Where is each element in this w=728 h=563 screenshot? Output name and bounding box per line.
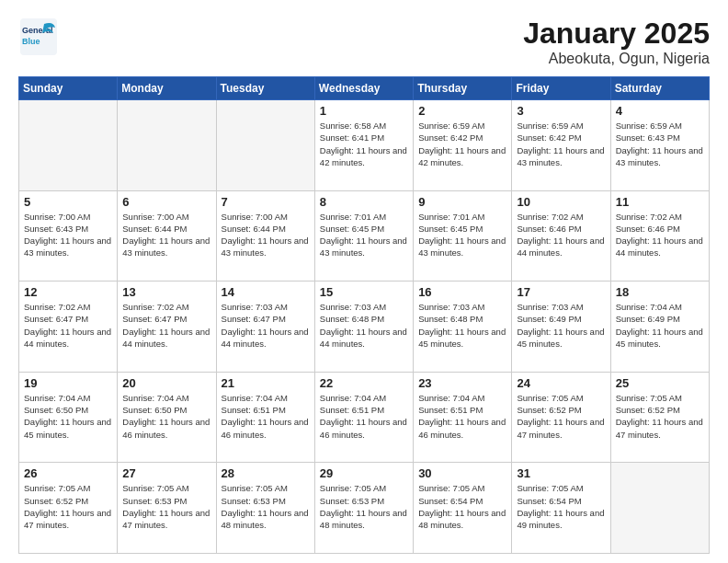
calendar-cell: 6Sunrise: 7:00 AM Sunset: 6:44 PM Daylig… bbox=[118, 190, 216, 282]
day-number: 27 bbox=[122, 466, 210, 480]
header-sunday: Sunday bbox=[19, 77, 118, 100]
calendar-cell: 1Sunrise: 6:58 AM Sunset: 6:41 PM Daylig… bbox=[314, 100, 413, 191]
day-info: Sunrise: 6:59 AM Sunset: 6:43 PM Dayligh… bbox=[616, 120, 704, 168]
day-number: 31 bbox=[517, 466, 605, 480]
day-info: Sunrise: 7:05 AM Sunset: 6:52 PM Dayligh… bbox=[616, 392, 704, 441]
calendar-cell: 18Sunrise: 7:04 AM Sunset: 6:49 PM Dayli… bbox=[610, 282, 709, 373]
calendar-cell bbox=[216, 100, 314, 191]
day-info: Sunrise: 7:03 AM Sunset: 6:48 PM Dayligh… bbox=[320, 301, 408, 350]
day-number: 17 bbox=[517, 285, 605, 299]
calendar-cell: 7Sunrise: 7:00 AM Sunset: 6:44 PM Daylig… bbox=[216, 190, 314, 282]
day-number: 22 bbox=[320, 376, 408, 390]
day-info: Sunrise: 6:59 AM Sunset: 6:42 PM Dayligh… bbox=[418, 120, 506, 168]
calendar-cell: 22Sunrise: 7:04 AM Sunset: 6:51 PM Dayli… bbox=[314, 372, 413, 463]
calendar-cell: 14Sunrise: 7:03 AM Sunset: 6:47 PM Dayli… bbox=[216, 282, 314, 373]
day-number: 1 bbox=[320, 104, 408, 118]
calendar-cell: 26Sunrise: 7:05 AM Sunset: 6:52 PM Dayli… bbox=[19, 463, 118, 554]
header-friday: Friday bbox=[512, 77, 610, 100]
day-info: Sunrise: 7:02 AM Sunset: 6:47 PM Dayligh… bbox=[24, 301, 112, 350]
calendar-cell: 21Sunrise: 7:04 AM Sunset: 6:51 PM Dayli… bbox=[216, 372, 314, 463]
calendar-week-row: 26Sunrise: 7:05 AM Sunset: 6:52 PM Dayli… bbox=[19, 463, 710, 554]
day-info: Sunrise: 7:02 AM Sunset: 6:47 PM Dayligh… bbox=[122, 301, 210, 350]
day-info: Sunrise: 7:02 AM Sunset: 6:46 PM Dayligh… bbox=[616, 211, 704, 259]
calendar-cell: 11Sunrise: 7:02 AM Sunset: 6:46 PM Dayli… bbox=[610, 190, 709, 282]
calendar-title: January 2025 bbox=[523, 17, 710, 51]
calendar-subtitle: Abeokuta, Ogun, Nigeria bbox=[523, 51, 710, 67]
day-number: 12 bbox=[24, 285, 112, 299]
calendar-cell: 10Sunrise: 7:02 AM Sunset: 6:46 PM Dayli… bbox=[512, 190, 610, 282]
day-info: Sunrise: 7:03 AM Sunset: 6:48 PM Dayligh… bbox=[418, 301, 506, 350]
calendar-cell: 15Sunrise: 7:03 AM Sunset: 6:48 PM Dayli… bbox=[314, 282, 413, 373]
calendar-cell: 17Sunrise: 7:03 AM Sunset: 6:49 PM Dayli… bbox=[512, 282, 610, 373]
day-number: 30 bbox=[418, 466, 506, 480]
header-wednesday: Wednesday bbox=[314, 77, 413, 100]
calendar-cell: 25Sunrise: 7:05 AM Sunset: 6:52 PM Dayli… bbox=[610, 372, 709, 463]
day-info: Sunrise: 7:03 AM Sunset: 6:49 PM Dayligh… bbox=[517, 301, 605, 350]
calendar-cell: 8Sunrise: 7:01 AM Sunset: 6:45 PM Daylig… bbox=[314, 190, 413, 282]
day-info: Sunrise: 6:59 AM Sunset: 6:42 PM Dayligh… bbox=[517, 120, 605, 168]
day-number: 21 bbox=[222, 376, 310, 390]
day-info: Sunrise: 7:05 AM Sunset: 6:53 PM Dayligh… bbox=[320, 482, 408, 531]
calendar-cell: 27Sunrise: 7:05 AM Sunset: 6:53 PM Dayli… bbox=[118, 463, 216, 554]
day-info: Sunrise: 7:05 AM Sunset: 6:52 PM Dayligh… bbox=[517, 392, 605, 441]
logo-icon: General Blue bbox=[18, 17, 59, 57]
day-number: 8 bbox=[320, 195, 408, 209]
day-number: 10 bbox=[517, 195, 605, 209]
calendar-cell: 9Sunrise: 7:01 AM Sunset: 6:45 PM Daylig… bbox=[414, 190, 512, 282]
calendar-cell: 5Sunrise: 7:00 AM Sunset: 6:43 PM Daylig… bbox=[19, 190, 118, 282]
calendar-week-row: 19Sunrise: 7:04 AM Sunset: 6:50 PM Dayli… bbox=[19, 372, 710, 463]
calendar-cell: 19Sunrise: 7:04 AM Sunset: 6:50 PM Dayli… bbox=[19, 372, 118, 463]
calendar-cell: 28Sunrise: 7:05 AM Sunset: 6:53 PM Dayli… bbox=[216, 463, 314, 554]
calendar-cell: 20Sunrise: 7:04 AM Sunset: 6:50 PM Dayli… bbox=[118, 372, 216, 463]
day-number: 29 bbox=[320, 466, 408, 480]
day-info: Sunrise: 7:04 AM Sunset: 6:50 PM Dayligh… bbox=[24, 392, 112, 441]
calendar-cell: 4Sunrise: 6:59 AM Sunset: 6:43 PM Daylig… bbox=[610, 100, 709, 191]
day-info: Sunrise: 7:04 AM Sunset: 6:50 PM Dayligh… bbox=[122, 392, 210, 441]
calendar-week-row: 12Sunrise: 7:02 AM Sunset: 6:47 PM Dayli… bbox=[19, 282, 710, 373]
calendar-body: 1Sunrise: 6:58 AM Sunset: 6:41 PM Daylig… bbox=[19, 100, 710, 554]
calendar-cell: 30Sunrise: 7:05 AM Sunset: 6:54 PM Dayli… bbox=[414, 463, 512, 554]
header-tuesday: Tuesday bbox=[216, 77, 314, 100]
day-info: Sunrise: 7:05 AM Sunset: 6:52 PM Dayligh… bbox=[24, 482, 112, 531]
calendar-week-row: 1Sunrise: 6:58 AM Sunset: 6:41 PM Daylig… bbox=[19, 100, 710, 191]
day-number: 23 bbox=[418, 376, 506, 390]
day-info: Sunrise: 7:03 AM Sunset: 6:47 PM Dayligh… bbox=[222, 301, 310, 350]
day-number: 24 bbox=[517, 376, 605, 390]
day-info: Sunrise: 7:05 AM Sunset: 6:53 PM Dayligh… bbox=[122, 482, 210, 531]
day-info: Sunrise: 7:04 AM Sunset: 6:51 PM Dayligh… bbox=[222, 392, 310, 441]
header-saturday: Saturday bbox=[610, 77, 709, 100]
calendar-cell: 31Sunrise: 7:05 AM Sunset: 6:54 PM Dayli… bbox=[512, 463, 610, 554]
weekday-header-row: Sunday Monday Tuesday Wednesday Thursday… bbox=[19, 77, 710, 100]
day-number: 25 bbox=[616, 376, 704, 390]
day-info: Sunrise: 7:05 AM Sunset: 6:53 PM Dayligh… bbox=[222, 482, 310, 531]
day-number: 2 bbox=[418, 104, 506, 118]
calendar-table: Sunday Monday Tuesday Wednesday Thursday… bbox=[18, 76, 710, 554]
day-info: Sunrise: 7:02 AM Sunset: 6:46 PM Dayligh… bbox=[517, 211, 605, 259]
day-number: 7 bbox=[222, 195, 310, 209]
day-number: 20 bbox=[122, 376, 210, 390]
calendar-cell: 29Sunrise: 7:05 AM Sunset: 6:53 PM Dayli… bbox=[314, 463, 413, 554]
calendar-cell: 2Sunrise: 6:59 AM Sunset: 6:42 PM Daylig… bbox=[414, 100, 512, 191]
day-info: Sunrise: 7:01 AM Sunset: 6:45 PM Dayligh… bbox=[320, 211, 408, 259]
header: General Blue January 2025 Abeokuta, Ogun… bbox=[18, 17, 710, 67]
day-info: Sunrise: 7:04 AM Sunset: 6:51 PM Dayligh… bbox=[418, 392, 506, 441]
day-number: 16 bbox=[418, 285, 506, 299]
logo: General Blue bbox=[18, 17, 59, 57]
day-info: Sunrise: 7:01 AM Sunset: 6:45 PM Dayligh… bbox=[418, 211, 506, 259]
calendar-week-row: 5Sunrise: 7:00 AM Sunset: 6:43 PM Daylig… bbox=[19, 190, 710, 282]
calendar-cell: 3Sunrise: 6:59 AM Sunset: 6:42 PM Daylig… bbox=[512, 100, 610, 191]
calendar-cell bbox=[19, 100, 118, 191]
day-info: Sunrise: 7:04 AM Sunset: 6:49 PM Dayligh… bbox=[616, 301, 704, 350]
header-thursday: Thursday bbox=[414, 77, 512, 100]
day-number: 26 bbox=[24, 466, 112, 480]
page: General Blue January 2025 Abeokuta, Ogun… bbox=[0, 0, 728, 563]
header-monday: Monday bbox=[118, 77, 216, 100]
day-info: Sunrise: 7:00 AM Sunset: 6:43 PM Dayligh… bbox=[24, 211, 112, 259]
day-info: Sunrise: 7:05 AM Sunset: 6:54 PM Dayligh… bbox=[418, 482, 506, 531]
calendar-cell: 16Sunrise: 7:03 AM Sunset: 6:48 PM Dayli… bbox=[414, 282, 512, 373]
day-number: 28 bbox=[222, 466, 310, 480]
calendar-cell: 13Sunrise: 7:02 AM Sunset: 6:47 PM Dayli… bbox=[118, 282, 216, 373]
calendar-cell: 12Sunrise: 7:02 AM Sunset: 6:47 PM Dayli… bbox=[19, 282, 118, 373]
day-info: Sunrise: 7:05 AM Sunset: 6:54 PM Dayligh… bbox=[517, 482, 605, 531]
day-number: 18 bbox=[616, 285, 704, 299]
